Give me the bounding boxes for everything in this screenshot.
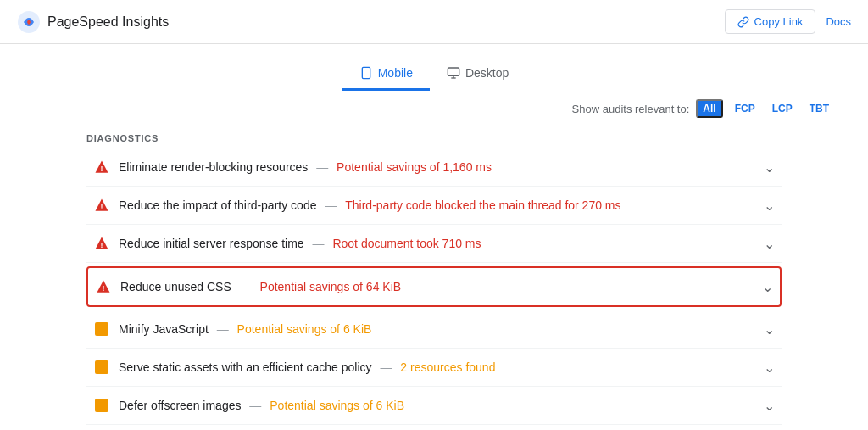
- audit-title: Reduce unused CSS: [120, 280, 231, 293]
- brand-name: PageSpeed Insights: [47, 14, 169, 30]
- error-icon: !: [95, 278, 112, 295]
- filter-label: Show audits relevant to:: [572, 103, 690, 115]
- audit-detail: Potential savings of 6 KiB: [270, 399, 404, 412]
- audit-text: Reduce the impact of third-party code — …: [119, 198, 757, 212]
- warning-icon: [93, 397, 110, 414]
- chevron-down-icon: ⌄: [764, 198, 775, 214]
- error-icon: !: [93, 197, 110, 214]
- tab-desktop[interactable]: Desktop: [430, 58, 526, 91]
- audit-title: Serve static assets with an efficient ca…: [119, 360, 372, 374]
- tab-mobile[interactable]: Mobile: [342, 58, 430, 91]
- main-content: Diagnostics !Eliminate render-blocking r…: [53, 126, 815, 430]
- audit-text: Defer offscreen images — Potential savin…: [119, 399, 757, 412]
- filter-lcp-button[interactable]: LCP: [767, 101, 798, 116]
- audit-separator: —: [236, 280, 255, 293]
- error-icon: !: [93, 159, 110, 176]
- audit-title: Minify JavaScript: [119, 322, 209, 336]
- audit-text: Reduce initial server response time — Ro…: [119, 237, 757, 250]
- audit-row[interactable]: Avoid serving legacy JavaScript to moder…: [86, 425, 782, 430]
- header: PageSpeed Insights Copy Link Docs: [0, 0, 868, 44]
- audit-title: Eliminate render-blocking resources: [119, 160, 308, 174]
- audit-title: Defer offscreen images: [119, 399, 241, 412]
- svg-text:!: !: [101, 165, 103, 173]
- audit-detail: 2 resources found: [400, 360, 495, 374]
- warning-icon: [93, 359, 110, 376]
- copy-link-label: Copy Link: [754, 15, 804, 28]
- audit-row[interactable]: !Reduce the impact of third-party code —…: [86, 187, 782, 225]
- svg-text:!: !: [101, 203, 103, 211]
- audit-title: Reduce the impact of third-party code: [119, 198, 316, 212]
- chevron-down-icon: ⌄: [764, 321, 775, 338]
- warning-icon: [93, 321, 110, 338]
- header-left: PageSpeed Insights: [17, 10, 169, 34]
- warning-square-icon: [95, 399, 108, 412]
- audit-row[interactable]: !Reduce initial server response time — R…: [86, 225, 782, 263]
- filter-row: Show audits relevant to: All FCP LCP TBT: [0, 91, 868, 126]
- filter-tbt-button[interactable]: TBT: [804, 101, 834, 116]
- warning-square-icon: [95, 360, 108, 374]
- audit-row[interactable]: Minify JavaScript — Potential savings of…: [86, 310, 782, 349]
- audit-separator: —: [246, 399, 264, 412]
- svg-text:!: !: [103, 284, 105, 293]
- audit-text: Eliminate render-blocking resources — Po…: [119, 160, 757, 174]
- filter-fcp-button[interactable]: FCP: [730, 101, 760, 116]
- copy-link-button[interactable]: Copy Link: [725, 9, 816, 34]
- audit-separator: —: [313, 160, 331, 174]
- audit-detail: Potential savings of 6 KiB: [237, 322, 372, 336]
- audit-row[interactable]: Defer offscreen images — Potential savin…: [86, 387, 782, 425]
- filter-all-button[interactable]: All: [696, 99, 722, 118]
- tab-desktop-label: Desktop: [465, 66, 509, 80]
- audit-detail: Potential savings of 1,160 ms: [337, 160, 492, 174]
- audit-detail: Root document took 710 ms: [332, 237, 481, 250]
- desktop-icon: [447, 66, 460, 80]
- audit-title: Reduce initial server response time: [119, 237, 304, 250]
- chevron-down-icon: ⌄: [764, 159, 775, 176]
- audit-detail: Potential savings of 64 KiB: [260, 280, 402, 293]
- svg-rect-3: [448, 68, 459, 75]
- audit-separator: —: [377, 360, 396, 374]
- chevron-down-icon: ⌄: [764, 398, 775, 414]
- audit-separator: —: [309, 237, 328, 250]
- audit-row[interactable]: Serve static assets with an efficient ca…: [86, 349, 782, 387]
- audit-row[interactable]: !Eliminate render-blocking resources — P…: [86, 148, 782, 187]
- error-icon: !: [93, 235, 110, 252]
- header-right: Copy Link Docs: [725, 9, 851, 34]
- svg-text:!: !: [101, 241, 103, 249]
- audit-detail: Third-party code blocked the main thread…: [345, 198, 620, 212]
- warning-square-icon: [95, 322, 108, 336]
- audit-text: Serve static assets with an efficient ca…: [119, 360, 757, 374]
- pagespeed-logo-icon: [17, 10, 41, 34]
- diagnostics-section-label: Diagnostics: [86, 126, 782, 148]
- audit-separator: —: [214, 322, 232, 336]
- chevron-down-icon: ⌄: [764, 236, 775, 252]
- audit-text: Minify JavaScript — Potential savings of…: [119, 322, 757, 336]
- link-icon: [737, 16, 749, 28]
- mobile-icon: [359, 66, 373, 80]
- docs-link[interactable]: Docs: [826, 15, 851, 28]
- audit-row[interactable]: !Reduce unused CSS — Potential savings o…: [86, 266, 782, 307]
- tabs-container: Mobile Desktop: [0, 44, 868, 91]
- chevron-down-icon: ⌄: [762, 279, 773, 295]
- audits-container: !Eliminate render-blocking resources — P…: [86, 148, 782, 430]
- chevron-down-icon: ⌄: [764, 360, 775, 376]
- audit-separator: —: [321, 198, 340, 212]
- tab-mobile-label: Mobile: [378, 66, 413, 80]
- audit-text: Reduce unused CSS — Potential savings of…: [120, 280, 755, 293]
